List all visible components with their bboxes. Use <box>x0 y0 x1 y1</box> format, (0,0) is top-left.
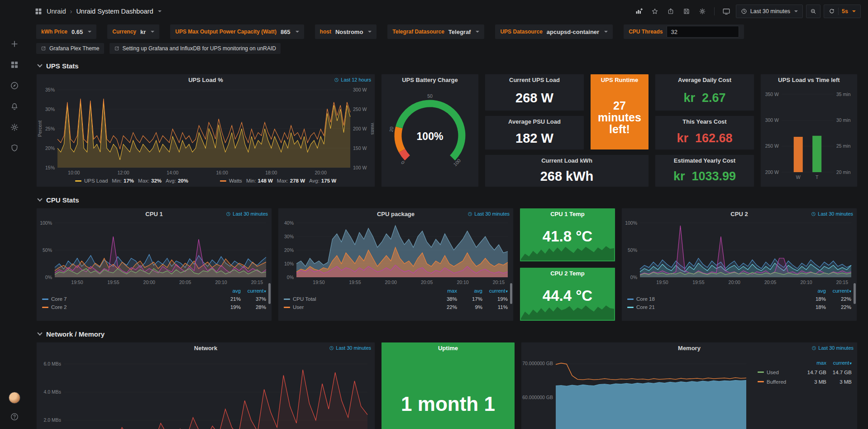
panel-time-override[interactable]: Last 30 minutes <box>811 345 854 351</box>
variable-cpu-threads[interactable]: CPU Threads <box>624 24 744 39</box>
legend-item[interactable]: CPU Total38%17%19% <box>278 295 513 303</box>
legend-scrollbar[interactable] <box>268 283 271 304</box>
legend-item[interactable]: UPS LoadMin:17%Max:32%Avg:20% <box>75 178 188 183</box>
variable-currency[interactable]: Currencykr <box>107 24 159 39</box>
legend-sort-avg[interactable]: avg <box>801 288 826 294</box>
save-button[interactable] <box>680 5 693 18</box>
sidebar-admin-button[interactable] <box>5 141 24 155</box>
legend-item[interactable]: User22%9%11% <box>278 303 513 311</box>
legend-item[interactable]: Used14.7 GB14.7 GB <box>757 367 853 377</box>
cpu2-temp-sparkline <box>521 302 614 320</box>
section-header-network-memory[interactable]: Network / Memory <box>38 330 861 338</box>
panel-title[interactable]: Current UPS Load <box>485 74 584 85</box>
svg-text:20:05: 20:05 <box>421 280 433 285</box>
panel-title[interactable]: UPS Load vs Time left <box>761 74 857 85</box>
panel-time-override[interactable]: Last 30 minutes <box>811 211 853 217</box>
variable-ups-max-power[interactable]: UPS Max Output Power Capacity (Watt)865 <box>170 24 304 39</box>
legend-sort-current[interactable]: current▾ <box>826 288 851 294</box>
panel-title[interactable]: CPU 1 Temp <box>520 208 615 219</box>
legend-item[interactable]: Core 721%37% <box>37 295 272 303</box>
sidebar-create-button[interactable] <box>5 37 24 51</box>
legend-sort-avg[interactable]: avg <box>457 288 482 294</box>
legend-sort-current[interactable]: current▾ <box>482 288 508 294</box>
share-button[interactable] <box>664 5 677 18</box>
time-range-button[interactable]: Last 30 minutes <box>736 5 803 18</box>
legend-scrollbar[interactable] <box>510 283 512 304</box>
dashboard-link[interactable]: Setting up Grafana and InfluxDB for UPS … <box>110 43 281 54</box>
variable-telegraf-datasource[interactable]: Telegraf DatasourceTelegraf <box>387 24 484 39</box>
sidebar-dashboards-button[interactable] <box>5 58 24 72</box>
battery-gauge: 02050100100% <box>382 92 477 171</box>
legend-sort-current[interactable]: current▾ <box>826 360 852 366</box>
breadcrumb-folder[interactable]: Unraid <box>47 8 66 15</box>
panel-time-override[interactable]: Last 30 minutes <box>226 211 268 217</box>
section-header-ups-stats[interactable]: UPS Stats <box>38 62 861 70</box>
panel-time-override[interactable]: Last 30 minutes <box>467 211 510 217</box>
panel-title[interactable]: CPU 2 Temp <box>520 268 615 279</box>
grafana-logo[interactable] <box>6 4 23 22</box>
variable-input-cpu-threads[interactable] <box>667 26 739 38</box>
svg-text:T: T <box>816 174 819 180</box>
series-color-swatch <box>220 180 226 182</box>
panel-average-psu-load: Average PSU Load 182 W <box>485 116 584 150</box>
panel-title[interactable]: UPS Battery Charge <box>382 74 478 85</box>
section-title: CPU Stats <box>46 196 79 204</box>
svg-text:30%: 30% <box>45 106 55 112</box>
panel-title[interactable]: Memory <box>521 342 857 353</box>
panel-title[interactable]: Uptime <box>382 342 515 353</box>
breadcrumb-dashboard-title[interactable]: Unraid System Dashboard <box>76 8 153 15</box>
legend-item[interactable]: WattsMin:148 WMax:278 WAvg:175 W <box>220 178 336 183</box>
variable-host[interactable]: hostNostromo <box>315 24 377 39</box>
panel-title[interactable]: Average PSU Load <box>485 116 584 127</box>
legend-sort-current[interactable]: current▾ <box>241 288 266 294</box>
panel-title[interactable]: Average Daily Cost <box>655 74 754 85</box>
sidebar-explore-button[interactable] <box>5 79 24 92</box>
legend-item[interactable]: Buffered3 MB3 MB <box>757 377 853 386</box>
panel-title[interactable]: Network <box>37 342 375 353</box>
sidebar-configuration-button[interactable] <box>5 121 24 134</box>
refresh-interval-select[interactable]: 5s <box>842 8 848 14</box>
legend-sort-max[interactable]: max <box>801 360 826 366</box>
variable-kwh-price[interactable]: kWh Price0.65 <box>36 24 96 39</box>
singlestat-value: kr 162.68 <box>655 127 754 149</box>
sidebar-alerting-button[interactable] <box>5 100 24 113</box>
refresh-button[interactable]: 5s <box>824 5 861 18</box>
legend-sort-avg[interactable]: avg <box>215 288 241 294</box>
legend-scrollbar[interactable] <box>854 283 856 304</box>
panel-title[interactable]: Current Load kWh <box>485 155 649 166</box>
variable-ups-datasource[interactable]: UPS Datasourceapcupsd-container <box>495 24 613 39</box>
variable-label: host <box>320 29 331 35</box>
legend-sort-max[interactable]: max <box>432 288 457 294</box>
legend-item[interactable]: Core 2118%22% <box>622 303 857 311</box>
add-panel-button[interactable] <box>633 5 645 18</box>
panel-cpu1-temp: CPU 1 Temp 41.8 °C <box>520 208 615 262</box>
star-button[interactable] <box>649 5 661 18</box>
chevron-down-icon <box>37 62 42 67</box>
panel-time-override[interactable]: Last 30 minutes <box>329 345 371 351</box>
user-avatar[interactable] <box>5 391 24 405</box>
panel-title[interactable]: UPS Load % <box>37 74 375 85</box>
clock-icon <box>741 8 747 14</box>
section-title: Network / Memory <box>46 330 105 338</box>
cycle-view-button[interactable] <box>720 5 733 18</box>
dashboard-link[interactable]: Grafana Plex Theme <box>36 43 104 54</box>
top-navbar: Unraid › Unraid System Dashboard Last 30… <box>29 0 868 23</box>
series-stat: 22% <box>432 304 457 310</box>
zoom-out-button[interactable] <box>806 5 820 18</box>
panel-network: Network Last 30 minutes 6.0 MBs4.0 MBs2.… <box>36 342 375 429</box>
panel-time-override[interactable]: Last 12 hours <box>334 77 371 82</box>
panel-title[interactable]: Estimated Yearly Cost <box>655 155 754 166</box>
panel-title[interactable]: This Years Cost <box>655 116 754 127</box>
help-button[interactable] <box>5 410 24 424</box>
chart-legend: avgcurrent▾Core 721%37%Core 219%28% <box>37 285 272 311</box>
dashboard-settings-button[interactable] <box>696 5 709 18</box>
legend-item[interactable]: Core 1818%22% <box>622 295 857 303</box>
svg-text:250 W: 250 W <box>765 143 779 149</box>
svg-text:Watts: Watts <box>370 123 374 135</box>
dashboard-picker-caret[interactable] <box>158 10 162 12</box>
svg-text:20:10: 20:10 <box>215 280 227 285</box>
section-header-cpu-stats[interactable]: CPU Stats <box>38 196 861 204</box>
panel-title[interactable]: UPS Runtime <box>591 74 649 85</box>
series-stat: 37% <box>241 296 266 302</box>
legend-item[interactable]: Core 219%28% <box>37 303 272 311</box>
